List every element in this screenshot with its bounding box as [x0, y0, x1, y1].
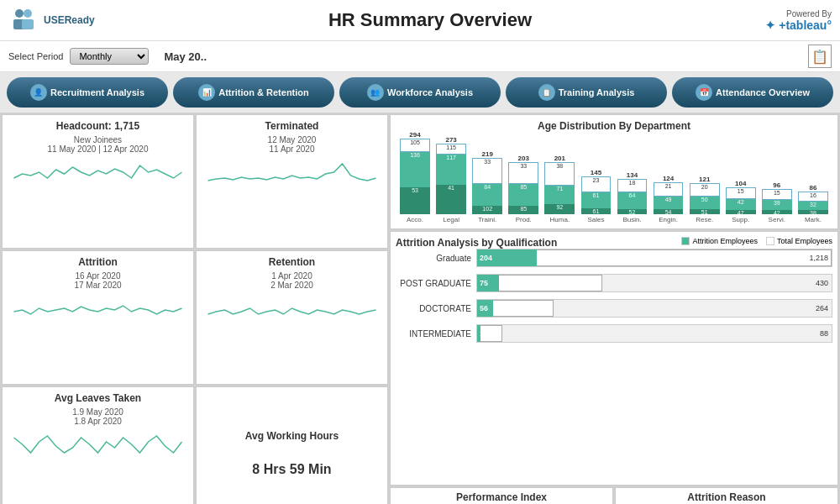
age-bar-bot: 47	[726, 210, 756, 214]
nav-label-workforce: Workforce Analysis	[387, 87, 473, 97]
age-dept-label: Servi.	[769, 216, 785, 223]
qual-label: POST GRADUATE	[396, 279, 471, 288]
tableau-logo: ✦ +tableau°	[765, 18, 832, 32]
age-bar-bot: 51	[690, 209, 720, 214]
age-col-supp: 104 15 42 47 Supp.	[723, 180, 759, 223]
qual-label: Graduate	[396, 254, 471, 263]
age-bar-mid: 49	[654, 197, 684, 209]
age-dept-label: Rese.	[696, 216, 713, 223]
nav-btn-attendance[interactable]: 📅 Attendance Overview	[672, 77, 833, 108]
avg-leaves-sparkline	[8, 429, 188, 459]
nav-label-training: Training Analysis	[559, 87, 635, 97]
useready-logo-icon	[8, 5, 39, 35]
age-total-Huma.: 201	[554, 155, 565, 162]
age-bar-bot: 54	[654, 209, 684, 214]
age-col-traini: 219 33 84 102 Traini.	[470, 150, 505, 223]
age-bar-mid: 50	[690, 197, 720, 209]
qual-attrition-num: 11	[480, 329, 488, 338]
recruitment-icon: 👤	[30, 84, 47, 101]
perf-index-title: Performance Index	[397, 491, 606, 503]
qual-total-num: 88	[820, 329, 828, 338]
age-bar-bot: 92	[544, 204, 575, 214]
age-total-Sales: 145	[591, 169, 601, 176]
age-bar-top: 23	[581, 176, 612, 192]
headcount-subtitle1: New Joinees	[8, 135, 188, 144]
qual-row-doctorate: DOCTORATE 56 264	[396, 299, 832, 318]
avg-working-card: Avg Working Hours 8 Hrs 59 Min	[196, 386, 388, 504]
age-bar-bot: 53	[400, 187, 430, 214]
age-bar-top: 20	[690, 183, 720, 197]
legend-total-label: Total Employees	[777, 237, 832, 245]
age-bar-top: 33	[472, 158, 502, 184]
select-period-label: Select Period	[8, 51, 63, 61]
nav-label-recruitment: Recruitment Analysis	[50, 87, 144, 97]
age-bar-top: 33	[508, 162, 538, 184]
age-bar-mid: 42	[726, 199, 756, 210]
qual-bar-bg: 11 88	[476, 324, 832, 343]
age-total-Acco.: 294	[409, 131, 420, 139]
qual-attrition-num: 56	[480, 304, 488, 312]
attrition-sparkline	[8, 293, 188, 323]
qual-rows: Graduate 204 1,218 POST GRADUATE 75 430 …	[396, 249, 832, 343]
age-dept-label: Engin.	[659, 216, 678, 223]
svg-point-0	[15, 9, 24, 18]
age-total-Rese.: 121	[699, 176, 710, 183]
nav-btn-attrition[interactable]: 📊 Attrition & Retention	[173, 77, 334, 108]
logo-text: USEReady	[44, 14, 95, 26]
legend-total-box	[766, 237, 774, 245]
age-bar-bot: 102	[472, 206, 502, 214]
age-bar-bot: 52	[617, 209, 648, 214]
age-bar-mid: 61	[581, 192, 612, 208]
age-dist-title: Age Distribution By Department	[396, 120, 832, 132]
retention-card: Retention 1 Apr 2020 2 Mar 2020	[196, 250, 388, 385]
powered-by-label: Powered By	[765, 9, 832, 18]
qual-row-intermediate: INTERMEDIATE 11 88	[396, 324, 832, 343]
attrition-reason-title: Attrition Reason	[622, 491, 831, 503]
headcount-subtitle2: 11 May 2020 | 12 Apr 2020	[8, 144, 188, 154]
attrition-card: Attrition 16 Apr 2020 17 Mar 2020	[2, 250, 194, 385]
legend-attrition: Attrition Employees	[681, 237, 758, 245]
age-bar-mid: 117	[436, 155, 466, 185]
age-bar-bot: 85	[508, 206, 538, 214]
attrition-date1: 16 Apr 2020	[8, 271, 188, 281]
age-bar-top: 21	[654, 182, 684, 197]
bottom-cards: Performance Index N/A Attrition Reason	[390, 487, 838, 504]
terminated-sparkline	[202, 157, 382, 186]
age-bar-top: 18	[617, 179, 648, 192]
age-col-acco: 294 105 136 53 Acco.	[397, 131, 433, 223]
attrition-reason-card: Attrition Reason	[615, 487, 838, 504]
age-col-prod: 203 33 85 85 Prod.	[506, 155, 541, 223]
nav-btn-training[interactable]: 📋 Training Analysis	[506, 77, 667, 108]
attrition-qual-title: Attrition Analysis by Qualification	[396, 237, 557, 249]
age-dept-label: Sales	[587, 216, 604, 223]
period-select[interactable]: Monthly Weekly Quarterly	[70, 48, 149, 65]
terminated-title: Terminated	[202, 120, 382, 132]
svg-rect-3	[22, 19, 34, 29]
age-col-mark: 86 16 32 38 Mark.	[795, 184, 831, 223]
age-total-Mark.: 86	[809, 184, 816, 192]
age-bar-mid: 64	[617, 192, 648, 209]
age-dept-label: Huma.	[550, 216, 570, 223]
training-icon: 📋	[538, 84, 555, 101]
nav-btn-recruitment[interactable]: 👤 Recruitment Analysis	[7, 77, 168, 108]
nav-bar: 👤 Recruitment Analysis 📊 Attrition & Ret…	[0, 72, 840, 113]
age-bar-mid: 136	[400, 152, 430, 187]
avg-leaves-date2: 1.8 Apr 2020	[8, 417, 188, 426]
age-total-Servi.: 96	[773, 181, 780, 189]
avg-working-value: 8 Hrs 59 Min	[252, 462, 331, 477]
workforce-icon: 👥	[367, 84, 384, 101]
clipboard-icon[interactable]: 📋	[808, 45, 832, 68]
attrition-date2: 17 Mar 2020	[8, 281, 188, 290]
svg-point-1	[24, 9, 32, 18]
attrition-qual-card: Attrition Analysis by Qualification Attr…	[390, 231, 838, 486]
nav-btn-workforce[interactable]: 👥 Workforce Analysis	[339, 77, 501, 108]
age-bar-mid: 32	[798, 202, 828, 210]
age-col-legal: 273 115 117 41 Legal	[433, 136, 469, 223]
qual-label: DOCTORATE	[396, 304, 471, 313]
logo-area: USEReady	[8, 5, 95, 35]
age-col-servi: 96 15 39 42 Servi.	[759, 181, 795, 223]
age-total-Legal: 273	[445, 136, 456, 144]
avg-leaves-card: Avg Leaves Taken 1.9 May 2020 1.8 Apr 20…	[2, 386, 194, 504]
age-chart: 294 105 136 53 Acco. 273 115 117 41	[396, 135, 832, 223]
age-col-busin: 134 18 64 52 Busin.	[614, 171, 649, 223]
